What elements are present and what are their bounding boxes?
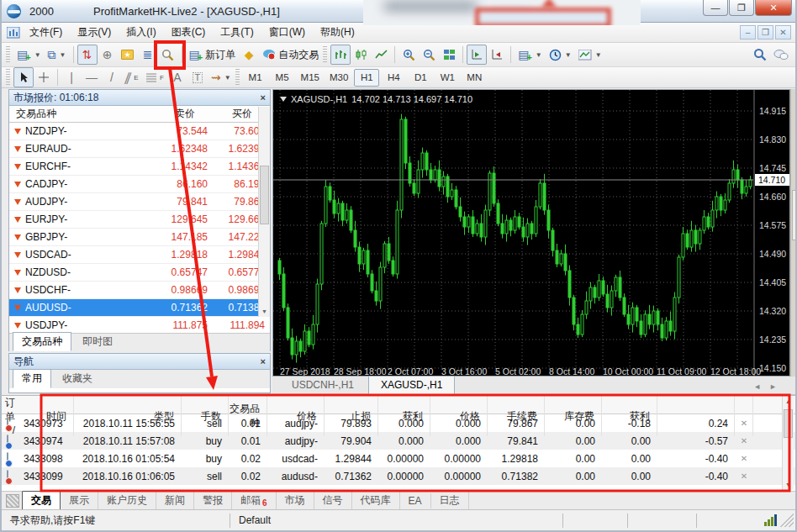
- chat-icon[interactable]: [770, 45, 792, 65]
- orders-header-cell[interactable]: 手续费: [488, 396, 545, 436]
- orders-header-cell[interactable]: 获利: [378, 396, 430, 436]
- orders-header-cell[interactable]: 库存费: [545, 396, 602, 436]
- terminal-tab[interactable]: 交易: [22, 491, 61, 510]
- market-watch-row[interactable]: EURAUD-1.623481.62391: [9, 140, 270, 158]
- crosshair-button[interactable]: [34, 67, 54, 87]
- terminal-tab[interactable]: 邮箱6: [232, 492, 277, 509]
- terminal-tab[interactable]: 市场: [277, 492, 314, 509]
- orders-header-cell[interactable]: 手数: [182, 396, 229, 436]
- market-watch-row[interactable]: NZDJPY-73.54473.601: [9, 123, 270, 140]
- toolbar-grip[interactable]: [235, 69, 240, 86]
- horizontal-line-button[interactable]: —: [82, 67, 102, 87]
- fibonacci-button[interactable]: F: [142, 67, 167, 87]
- chart-minimize-button[interactable]: –: [740, 25, 756, 40]
- tab-scroll-left-icon[interactable]: ◄: [753, 382, 761, 391]
- order-row[interactable]: 34330982018.10.16 01:05:54buy0.02usdcad-…: [2, 450, 795, 467]
- chart-restore-button[interactable]: ❐: [757, 25, 773, 40]
- chevron-down-icon[interactable]: [280, 97, 287, 102]
- order-close-icon[interactable]: ✕: [735, 454, 753, 463]
- orders-header-cell[interactable]: 价格: [267, 396, 325, 436]
- vertical-line-button[interactable]: |: [61, 67, 82, 87]
- market-watch-row[interactable]: USDJPY-111.875111.894: [9, 317, 270, 333]
- resize-grip[interactable]: [780, 514, 794, 527]
- text-label-button[interactable]: T: [187, 67, 208, 87]
- indicators-button[interactable]: ▼: [575, 45, 605, 65]
- terminal-tab[interactable]: 新闻: [156, 492, 194, 509]
- market-watch-button[interactable]: ⇅: [77, 45, 98, 65]
- timeframe-h1[interactable]: H1: [354, 69, 379, 87]
- window-minimize-button[interactable]: —: [703, 0, 728, 16]
- chart-scrollbar[interactable]: [790, 89, 797, 377]
- scroll-down-icon[interactable]: ▼: [259, 306, 270, 317]
- text-button[interactable]: A: [167, 67, 187, 87]
- toolbar-grip[interactable]: [323, 46, 327, 63]
- menu-help[interactable]: 帮助(H): [313, 23, 362, 42]
- status-profile[interactable]: Default: [230, 514, 563, 528]
- equidistant-channel-button[interactable]: ∥E: [122, 67, 142, 87]
- profiles-button[interactable]: ⧉▼: [45, 45, 70, 65]
- menu-insert[interactable]: 插入(I): [119, 23, 163, 42]
- scroll-up-icon[interactable]: ▲: [783, 396, 794, 407]
- zoom-out-button[interactable]: [419, 45, 439, 65]
- timeframe-m30[interactable]: M30: [325, 69, 352, 87]
- new-order-button[interactable]: ▤+新订单: [186, 45, 240, 65]
- terminal-tab[interactable]: 代码库: [352, 492, 400, 509]
- window-close-button[interactable]: ✕: [755, 0, 792, 16]
- orders-header-cell[interactable]: 获利: [602, 396, 657, 436]
- menu-window[interactable]: 窗口(W): [261, 23, 313, 42]
- terminal-tab[interactable]: 警报: [194, 492, 232, 509]
- orders-header-cell[interactable]: 类型: [74, 396, 182, 436]
- market-watch-row[interactable]: EURJPY-129.645129.667: [9, 211, 270, 229]
- line-chart-button[interactable]: [371, 45, 391, 65]
- terminal-grip-icon[interactable]: [6, 494, 19, 508]
- chart-close-button[interactable]: ✕: [775, 25, 791, 40]
- menu-charts[interactable]: 图表(C): [164, 23, 214, 42]
- timeframe-w1[interactable]: W1: [435, 69, 460, 87]
- market-watch-row[interactable]: USDCHF-0.986690.98691: [9, 282, 270, 299]
- order-row[interactable]: 34330992018.10.16 01:06:05sell0.02audusd…: [2, 467, 795, 485]
- timeframe-h4[interactable]: H4: [381, 69, 406, 87]
- auto-scroll-button[interactable]: [467, 45, 487, 65]
- chart-shift-button[interactable]: [487, 45, 507, 65]
- zoom-in-button[interactable]: [398, 45, 419, 65]
- bar-chart-button[interactable]: [330, 45, 351, 65]
- market-watch-row[interactable]: USDCAD-1.298181.29843: [9, 246, 270, 264]
- scroll-down-icon[interactable]: ▼: [783, 479, 794, 490]
- arrows-button[interactable]: ⇝▼: [208, 67, 235, 87]
- terminal-tab[interactable]: 信号: [314, 492, 352, 509]
- candlestick-button[interactable]: [351, 45, 371, 65]
- toolbar-grip[interactable]: [6, 46, 10, 63]
- timeframe-m1[interactable]: M1: [243, 69, 268, 87]
- menu-view[interactable]: 显示(V): [70, 23, 119, 42]
- chart-tab[interactable]: XAGUSD-,H1: [368, 376, 455, 394]
- market-watch-row[interactable]: AUDUSD-0.713620.71382: [9, 299, 270, 317]
- terminal-button[interactable]: ≣: [138, 45, 158, 65]
- window-restore-button[interactable]: ❐: [729, 0, 754, 16]
- market-watch-row[interactable]: CADJPY-86.16086.197: [9, 176, 270, 193]
- periods-button[interactable]: ▼: [546, 45, 575, 65]
- close-icon[interactable]: ×: [261, 92, 266, 103]
- data-window-button[interactable]: ⊕: [98, 45, 118, 65]
- autotrading-button[interactable]: 自动交易: [259, 45, 322, 65]
- market-watch-row[interactable]: GBPJPY-147.185147.221: [9, 229, 270, 246]
- timeframe-mn[interactable]: MN: [462, 69, 487, 87]
- orders-header-cell[interactable]: 价格: [430, 396, 488, 436]
- strategy-tester-button[interactable]: [158, 45, 178, 65]
- terminal-tab[interactable]: EA: [400, 493, 431, 508]
- tab-scroll-right-icon[interactable]: ►: [769, 382, 777, 391]
- chart-canvas[interactable]: 14.91514.83014.74514.66014.57514.49014.4…: [273, 90, 789, 376]
- orders-header-cell[interactable]: 交易品种: [229, 396, 267, 436]
- order-close-icon[interactable]: ✕: [735, 471, 753, 481]
- menu-tools[interactable]: 工具(T): [213, 23, 261, 42]
- timeframe-d1[interactable]: D1: [408, 69, 433, 87]
- terminal-tab[interactable]: 日志: [431, 492, 469, 509]
- terminal-tab[interactable]: 账户历史: [98, 492, 156, 509]
- metaeditor-button[interactable]: ◆: [239, 45, 259, 65]
- toolbar-grip[interactable]: [6, 69, 10, 86]
- navigator-tab[interactable]: 收藏夹: [53, 369, 102, 388]
- market-watch-row[interactable]: EURCHF-1.143421.14368: [9, 158, 270, 176]
- templates-button[interactable]: ▤+▼: [515, 45, 546, 65]
- order-close-icon[interactable]: ✕: [735, 419, 753, 428]
- order-close-icon[interactable]: ✕: [735, 436, 753, 445]
- new-chart-button[interactable]: ▤+▼: [13, 45, 45, 65]
